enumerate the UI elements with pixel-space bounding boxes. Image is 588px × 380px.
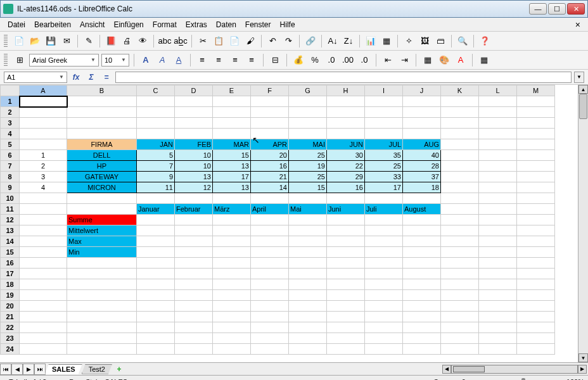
row-header[interactable]: 9 [1,182,20,193]
month-long[interactable]: August [403,204,441,215]
data-cell[interactable]: 9 [137,172,175,182]
align-right-icon[interactable]: ≡ [228,53,242,67]
autospell-icon[interactable]: ab̲c [174,34,188,48]
edit-icon[interactable]: ✎ [82,34,96,48]
row-header[interactable]: 18 [1,279,20,290]
sort-asc-icon[interactable]: A↓ [326,34,340,48]
fontcolor-icon[interactable]: A [454,53,468,67]
month-long[interactable]: Januar [137,204,175,215]
month-header[interactable]: MAR [213,139,251,150]
company-cell[interactable]: GATEWAY [67,172,137,182]
new-icon[interactable]: 📄 [12,34,26,48]
stat-label-min[interactable]: Min [67,247,137,258]
data-cell[interactable]: 28 [403,161,441,172]
redo-icon[interactable]: ↷ [281,34,295,48]
company-cell[interactable]: MICRON [67,182,137,193]
font-size-combo[interactable]: 10▼ [101,54,129,66]
data-cell[interactable]: 40 [403,150,441,161]
grid-lines-icon[interactable]: ▦ [477,53,491,67]
cell-reference-box[interactable]: A1▼ [4,72,67,83]
sum-icon[interactable]: Σ [85,72,98,83]
zoom-value[interactable]: 100% [566,378,584,381]
row-header[interactable]: 12 [1,215,20,225]
open-icon[interactable]: 📂 [28,34,42,48]
font-name-combo[interactable]: Arial Greek▼ [29,54,99,66]
menu-fenster[interactable]: Fenster [241,19,275,30]
equals-icon[interactable]: = [100,72,113,83]
document-close-icon[interactable]: × [572,20,584,30]
row-header[interactable]: 19 [1,290,20,301]
expand-formula-bar-icon[interactable]: ▼ [574,72,584,83]
scroll-thumb[interactable] [453,366,485,372]
borders-icon[interactable]: ▦ [421,53,435,67]
data-cell[interactable]: 5 [137,150,175,161]
menu-daten[interactable]: Daten [212,19,240,30]
dec-indent-icon[interactable]: ⇤ [381,53,395,67]
zoom-in-icon[interactable]: + [558,378,562,381]
row-header[interactable]: 16 [1,258,20,269]
month-header[interactable]: AUG [403,139,441,150]
month-header[interactable]: APR [251,139,289,150]
save-icon[interactable]: 💾 [44,34,58,48]
data-cell[interactable]: 20 [251,150,289,161]
month-long[interactable]: Mai [289,204,327,215]
menu-ansicht[interactable]: Ansicht [76,19,108,30]
preview-icon[interactable]: 👁 [136,34,150,48]
tab-next-icon[interactable]: ▶ [23,364,34,375]
data-cell[interactable]: 13 [213,161,251,172]
month-long[interactable]: April [251,204,289,215]
col-header-B[interactable]: B [67,86,137,96]
row-header[interactable]: 6 [1,150,20,161]
styles-icon[interactable]: ⊞ [13,53,27,67]
col-header-I[interactable]: I [365,86,403,96]
month-header[interactable]: FEB [175,139,213,150]
export-pdf-icon[interactable]: 📕 [104,34,118,48]
month-long[interactable]: Juni [327,204,365,215]
scroll-left-icon[interactable]: ◀ [442,365,451,374]
data-cell[interactable]: 14 [251,182,289,193]
col-header-E[interactable]: E [213,86,251,96]
month-header[interactable]: JUL [365,139,403,150]
data-cell[interactable]: 25 [289,172,327,182]
col-header-D[interactable]: D [175,86,213,96]
align-left-icon[interactable]: ≡ [195,53,209,67]
filter-icon[interactable]: ▦ [380,34,393,48]
row-header[interactable]: 24 [1,344,20,355]
scroll-right-icon[interactable]: ▶ [578,365,587,374]
spreadsheet-grid[interactable]: A B C D E F G H I J K L M 1 2 3 4 5 FIRM… [0,85,555,355]
company-cell[interactable]: HP [67,161,137,172]
menu-extras[interactable]: Extras [182,19,211,30]
email-icon[interactable]: ✉ [60,34,74,48]
data-cell[interactable]: 35 [365,150,403,161]
row-header[interactable]: 1 [1,96,20,107]
add-sheet-icon[interactable]: + [113,364,125,374]
vertical-scrollbar[interactable]: ▲ ▼ [578,85,588,362]
data-cell[interactable]: 17 [213,172,251,182]
copy-icon[interactable]: 📋 [212,34,226,48]
data-cell[interactable]: 10 [175,161,213,172]
add-decimal-icon[interactable]: .00 [341,53,355,67]
stat-label-mittelwert[interactable]: Mittelwert [67,225,137,236]
row-header[interactable]: 5 [1,139,20,150]
row-index[interactable]: 3 [20,172,67,182]
data-cell[interactable]: 11 [137,182,175,193]
row-header[interactable]: 21 [1,312,20,322]
tab-first-icon[interactable]: ⏮ [0,364,11,375]
data-cell[interactable]: 10 [175,150,213,161]
row-header[interactable]: 3 [1,118,20,129]
sheet-tab-test2[interactable]: Test2 [82,364,112,374]
data-cell[interactable]: 18 [403,182,441,193]
col-header-C[interactable]: C [137,86,175,96]
sheet-tab-sales[interactable]: SALES [45,364,82,374]
col-header-H[interactable]: H [327,86,365,96]
row-header[interactable]: 11 [1,204,20,215]
month-long[interactable]: März [213,204,251,215]
data-cell[interactable]: 19 [289,161,327,172]
stat-label-summe[interactable]: Summe [67,215,137,225]
data-cell[interactable]: 25 [289,150,327,161]
menu-datei[interactable]: Datei [4,19,29,30]
maximize-button[interactable]: ☐ [548,3,566,15]
col-header-K[interactable]: K [441,86,479,96]
month-long[interactable]: Februar [175,204,213,215]
month-header[interactable]: JUN [327,139,365,150]
